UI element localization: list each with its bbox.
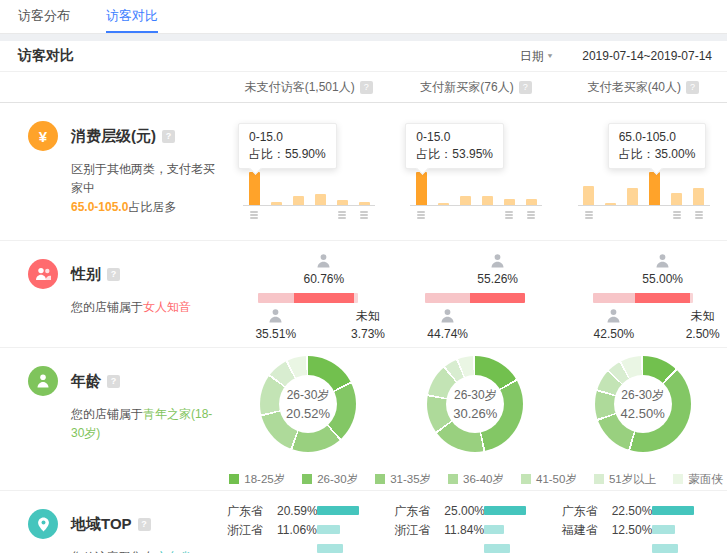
gender-chart-new[interactable]: 55.26%44.74% <box>392 241 559 347</box>
gender-bar[interactable] <box>258 293 358 303</box>
age-donut-new[interactable]: 26-30岁30.26% <box>392 348 559 460</box>
region-percent: 20.59% <box>277 505 318 517</box>
age-donut[interactable]: 26-30岁42.50% <box>595 356 691 452</box>
legend-swatch <box>673 474 683 484</box>
consumption-chart-returning[interactable]: 65.0-105.0占比：35.00% <box>560 103 727 240</box>
tooltip-share: 占比：35.00% <box>619 146 696 163</box>
consumption-chart-new[interactable]: 0-15.0占比：53.95% <box>392 103 559 240</box>
legend-item[interactable]: 51岁以上 <box>594 468 656 490</box>
male-segment[interactable] <box>258 293 294 303</box>
tab-visitor-comparison[interactable]: 访客对比 <box>106 0 158 33</box>
tab-visitor-distribution[interactable]: 访客分布 <box>18 0 70 33</box>
age-donut[interactable]: 26-30岁30.26% <box>427 356 523 452</box>
metric-desc-consumption: 区别于其他两类，支付老买家中 65.0-105.0占比居多 <box>71 160 225 217</box>
consumption-chart-unpaid[interactable]: 0-15.0占比：55.90% <box>225 103 392 240</box>
unknown-segment[interactable] <box>690 293 693 303</box>
age-donut-center: 26-30岁30.26% <box>446 375 504 433</box>
metric-title-consumption: 消费层级(元) <box>71 127 156 146</box>
male-segment[interactable] <box>425 293 470 303</box>
bar[interactable] <box>671 193 682 205</box>
help-icon[interactable]: ? <box>107 268 120 281</box>
bar[interactable] <box>315 194 326 205</box>
age-donut[interactable]: 26-30岁20.52% <box>260 356 356 452</box>
bar-chart[interactable] <box>578 172 710 206</box>
age-donut-returning[interactable]: 26-30岁42.50% <box>560 348 727 460</box>
metric-title-age: 年龄 <box>71 372 101 391</box>
row-age: 年龄 ? 您的店铺属于青年之家(18-30岁) 26-30岁20.52% 26-… <box>0 348 727 491</box>
legend-item[interactable]: 31-35岁 <box>375 468 431 490</box>
gender-chart-returning[interactable]: 55.00%42.50%未知2.50% <box>560 241 727 347</box>
axis-tick-label <box>505 211 513 220</box>
bar[interactable] <box>605 203 616 205</box>
region-row-partial <box>560 543 727 553</box>
region-percent: 25.00% <box>444 505 485 517</box>
date-range-picker[interactable]: 2019-07-14~2019-07-14 <box>582 49 712 63</box>
help-icon[interactable]: ? <box>138 518 151 531</box>
column-header-unpaid-visitors: 未支付访客(1,501人) ? <box>225 79 392 96</box>
bar[interactable] <box>438 203 449 205</box>
bar[interactable] <box>627 188 638 205</box>
bar[interactable] <box>337 200 348 205</box>
region-row-partial <box>392 543 559 553</box>
tooltip-share: 占比：53.95% <box>416 146 493 163</box>
bar[interactable] <box>482 196 493 205</box>
date-type-dropdown[interactable]: 日期 ▾ <box>520 48 553 65</box>
region-name: 浙江省 <box>227 524 263 536</box>
bar-chart[interactable] <box>410 172 542 206</box>
bar[interactable] <box>526 199 537 205</box>
region-percent: 11.84% <box>444 524 484 536</box>
bar[interactable] <box>271 202 282 205</box>
age-center-label: 26-30岁 <box>454 387 497 404</box>
bar[interactable] <box>293 196 304 205</box>
gender-chart-unpaid[interactable]: 60.76%35.51%未知3.73% <box>225 241 392 347</box>
male-percent: 44.74% <box>416 327 480 341</box>
bar[interactable] <box>460 196 471 205</box>
female-segment[interactable] <box>635 293 690 303</box>
bar[interactable] <box>583 186 594 205</box>
bar-tooltip: 0-15.0占比：55.90% <box>238 123 337 169</box>
tooltip-range: 0-15.0 <box>416 129 493 146</box>
male-segment[interactable] <box>593 293 636 303</box>
help-icon[interactable]: ? <box>107 375 120 388</box>
age-center-percent: 42.50% <box>621 406 665 421</box>
metric-desc-gender: 您的店铺属于女人知音 <box>71 298 225 317</box>
legend-item[interactable]: 36-40岁 <box>448 468 504 490</box>
female-segment[interactable] <box>294 293 355 303</box>
legend-swatch <box>302 474 312 484</box>
gender-bar[interactable] <box>425 293 525 303</box>
legend-item[interactable]: 18-25岁 <box>229 468 285 490</box>
unknown-segment[interactable] <box>354 293 358 303</box>
help-icon[interactable]: ? <box>162 130 175 143</box>
axis-tick-label <box>250 211 258 220</box>
help-icon[interactable]: ? <box>519 81 532 94</box>
legend-item[interactable]: 41-50岁 <box>521 468 577 490</box>
region-name: 广东省 <box>562 505 598 517</box>
bar[interactable] <box>359 202 370 205</box>
region-list-unpaid[interactable]: 广东省20.59%浙江省11.06% <box>225 491 392 553</box>
region-list-returning[interactable]: 广东省22.50%福建省12.50% <box>560 491 727 553</box>
age-donut-center: 26-30岁20.52% <box>279 375 337 433</box>
female-segment[interactable] <box>470 293 525 303</box>
age-donut-unpaid[interactable]: 26-30岁20.52% <box>225 348 392 460</box>
female-icon <box>655 254 671 269</box>
region-name: 浙江省 <box>394 524 430 536</box>
gender-bar[interactable] <box>593 293 693 303</box>
bar[interactable] <box>693 188 704 205</box>
region-bar <box>484 544 510 553</box>
region-list-new[interactable]: 广东省25.00%浙江省11.84% <box>392 491 559 553</box>
bar[interactable] <box>504 199 515 205</box>
map-pin-icon <box>28 509 58 539</box>
column-header-returning-buyers: 支付老买家(40人) ? <box>560 79 727 96</box>
bar[interactable] <box>649 172 660 205</box>
age-legend: 18-25岁26-30岁31-35岁36-40岁41-50岁51岁以上蒙面侠 <box>225 460 727 490</box>
legend-item[interactable]: 26-30岁 <box>302 468 358 490</box>
bar-chart[interactable] <box>243 172 375 206</box>
row-region-top: 地域TOP ? 您的访客聚集在广东省 广东省20.59%浙江省11.06% 广东… <box>0 491 727 553</box>
help-icon[interactable]: ? <box>360 81 373 94</box>
axis-tick-label <box>527 211 535 220</box>
bar[interactable] <box>249 172 260 205</box>
legend-item[interactable]: 蒙面侠 <box>673 468 723 490</box>
help-icon[interactable]: ? <box>686 81 699 94</box>
axis-tick-label <box>695 211 703 220</box>
bar[interactable] <box>416 172 427 205</box>
